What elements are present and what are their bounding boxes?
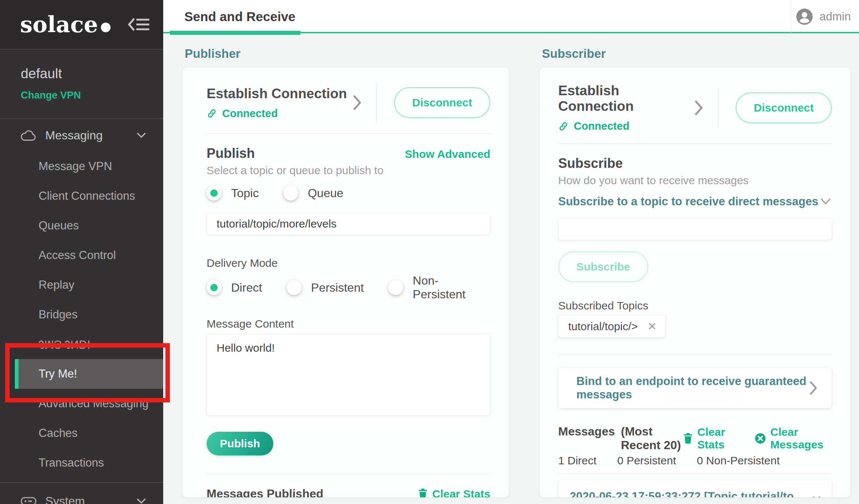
sidebar-section-messaging[interactable]: Messaging [0,119,163,152]
message-content-label: Message Content [207,318,490,331]
vpn-block: default Change VPN [0,50,163,119]
user-menu[interactable]: admin [796,0,851,33]
logo-dot-icon [101,23,111,32]
messages-title: Messages (Most Recent 20) [558,425,683,452]
chevron-down-icon[interactable] [819,197,832,206]
delivery-mode-label: Delivery Mode [207,257,490,270]
publish-button[interactable]: Publish [207,432,273,455]
sidebar-item-message-vpn[interactable]: Message VPN [0,152,163,181]
publisher-title: Publisher [185,47,509,60]
subscriber-connection-section: Establish Connection Connected [558,67,832,132]
sidebar-item-access-control[interactable]: Access Control [0,241,163,270]
logo-text: solace [20,13,98,36]
clear-stats-label: Clear Stats [697,426,739,451]
sidebar-item-label: Replay [39,278,75,292]
subscriber-disconnect-button[interactable]: Disconnect [735,92,832,123]
destination-radio-group: Topic Queue [207,186,490,200]
radio-label: Non-Persistent [413,274,490,301]
radio-non-persistent[interactable]: Non-Persistent [388,274,490,301]
subscribe-dropdown-label: Subscribe to a topic to receive direct m… [558,195,818,208]
show-advanced-link[interactable]: Show Advanced [405,148,490,160]
chevron-right-icon[interactable] [694,99,704,116]
radio-queue[interactable]: Queue [283,186,343,200]
radio-label: Direct [231,281,262,295]
cloud-icon [20,129,37,142]
subscriber-clear-stats-link[interactable]: Clear Stats [683,426,739,451]
chevron-right-icon[interactable] [352,94,362,111]
publisher-disconnect-button[interactable]: Disconnect [394,87,490,118]
remove-topic-icon[interactable]: ✕ [648,320,657,333]
circle-x-icon [755,433,766,444]
subscribe-subtitle: How do you want to receive messages [558,174,832,187]
bind-endpoint-button[interactable]: Bind to an endpoint to receive guarantee… [558,368,832,408]
sidebar-item-label: Client Connections [39,189,135,203]
subscriber-stats-row: 1 Direct 0 Persistent 0 Non-Persistent [558,454,832,467]
sidebar-section-label: System [45,494,85,504]
vpn-name: default [21,66,163,82]
radio-button-icon[interactable] [287,280,302,295]
system-icon [20,495,37,504]
sidebar-system-block: System [0,482,163,504]
sidebar-item-replay[interactable]: Replay [0,270,163,300]
radio-direct[interactable]: Direct [207,280,262,295]
sidebar-item-label: Message VPN [39,160,112,173]
sidebar-item-client-connections[interactable]: Client Connections [0,181,163,211]
bind-endpoint-label: Bind to an endpoint to receive guarantee… [576,375,809,401]
sidebar-item-caches[interactable]: Caches [0,418,163,448]
radio-persistent[interactable]: Persistent [287,280,364,295]
clear-messages-link[interactable]: Clear Messages [755,426,832,451]
connection-status-label: Connected [222,107,278,120]
message-header: 2020-06-23 17:59:33:272 [Topic tutorial/… [570,488,794,497]
connection-actions: Disconnect [352,83,490,122]
sidebar-item-bridges[interactable]: Bridges [0,300,163,329]
chevron-right-icon [809,380,818,396]
establish-connection-title: Establish Connection [207,86,347,102]
sidebar-item-try-me[interactable]: Try Me! [15,359,163,389]
sidebar-item-queues[interactable]: Queues [0,211,163,241]
collapse-sidebar-icon[interactable] [127,16,150,33]
radio-button-icon[interactable] [207,280,221,295]
sidebar-item-transactions[interactable]: Transactions [0,448,163,478]
solace-logo: solace [20,13,111,36]
subscribe-button[interactable]: Subscribe [558,251,648,282]
sidebar-item-label: Caches [39,427,78,440]
message-content-textarea[interactable]: Hello world! [207,334,490,415]
subscribe-section-header: Subscribe [558,156,832,171]
publisher-clear-stats-link[interactable]: Clear Stats [418,488,490,498]
sidebar-item-label: JMS JNDI [39,338,90,351]
subscribe-topic-input[interactable] [558,219,832,240]
publisher-panel: Publisher Establish Connection Connected [182,47,509,497]
sidebar-item-label: Transactions [39,456,104,470]
subscriber-title: Subscriber [542,47,850,60]
radio-button-icon[interactable] [207,186,221,200]
user-name: admin [820,10,851,23]
chevron-down-icon [136,132,147,139]
section-divider [207,133,490,134]
radio-button-icon[interactable] [388,280,403,295]
sidebar-item-label: Queues [39,219,79,232]
messages-header: Messages (Most Recent 20) Clear Stats [558,425,832,452]
radio-label: Topic [231,186,259,200]
subscribe-type-dropdown[interactable]: Subscribe to a topic to receive direct m… [558,195,832,208]
connection-status: Connected [207,107,347,120]
connection-actions: Disconnect [694,88,832,127]
publish-title: Publish [207,146,255,161]
messages-published-title: Messages Published [207,487,323,497]
publish-section-header: Publish Show Advanced [207,146,490,161]
publish-topic-input[interactable] [207,213,490,235]
sidebar-item-jms-jndi[interactable]: JMS JNDI [0,329,163,359]
sidebar-item-advanced-messaging[interactable]: Advanced Messaging [0,389,163,418]
radio-topic[interactable]: Topic [207,186,259,200]
subscriber-panel: Subscriber Establish Connection Connecte… [540,47,850,497]
connection-status-label: Connected [574,120,629,132]
link-icon [207,108,217,119]
vertical-divider [376,83,377,122]
tab-send-and-receive[interactable]: Send and Receive [184,0,296,33]
change-vpn-link[interactable]: Change VPN [21,90,163,101]
close-message-icon[interactable]: ✕ [812,493,822,497]
sidebar-section-system[interactable]: System [0,483,163,504]
connection-status: Connected [558,120,694,132]
radio-button-icon[interactable] [283,186,298,200]
subscribed-topics-label: Subscribed Topics [558,299,832,313]
subscriber-card: Establish Connection Connected [540,67,850,497]
